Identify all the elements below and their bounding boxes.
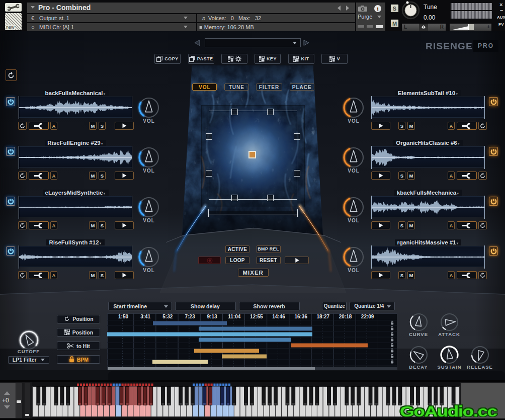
svg-text:1:50: 1:50 — [118, 314, 128, 319]
svg-text:7:23: 7:23 — [185, 314, 195, 319]
svg-text:9:13: 9:13 — [207, 314, 217, 319]
svg-text:14:46: 14:46 — [272, 314, 285, 319]
svg-text:12:55: 12:55 — [250, 314, 263, 319]
svg-text:5:32: 5:32 — [162, 314, 173, 319]
svg-text:3:41: 3:41 — [140, 314, 150, 319]
svg-text:22:09: 22:09 — [361, 314, 374, 319]
svg-text:11:04: 11:04 — [228, 314, 240, 319]
svg-text:20:18: 20:18 — [339, 314, 352, 319]
svg-text:18:27: 18:27 — [317, 314, 330, 319]
svg-text:16:36: 16:36 — [294, 314, 307, 319]
